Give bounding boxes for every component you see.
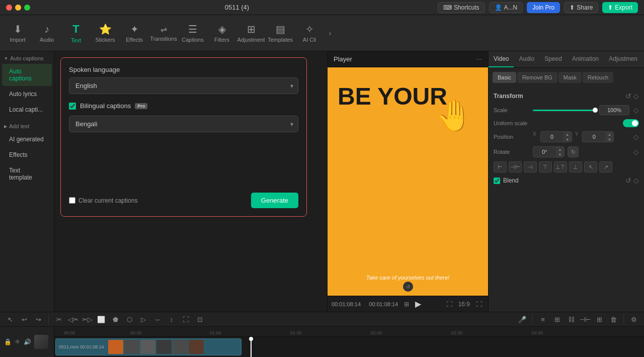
sidebar-item-text-template[interactable]: Text template <box>2 163 52 185</box>
rotate-keyframe-button[interactable]: ◇ <box>633 148 639 156</box>
sidebar-section-auto-captions[interactable]: ▼ Auto captions <box>0 53 54 63</box>
lock-icon[interactable]: 🔒 <box>4 338 12 345</box>
position-y-stepper[interactable]: 0 ▲ ▼ <box>582 131 614 142</box>
position-x-stepper[interactable]: 0 ▲ ▼ <box>540 131 572 142</box>
tool-captions[interactable]: ☰ Captions <box>179 18 206 48</box>
undo-button[interactable]: ↩ <box>18 313 30 325</box>
tool-templates[interactable]: ▤ Templates <box>267 18 294 48</box>
tool-stickers[interactable]: ⭐ Stickers <box>92 18 119 48</box>
sidebar-section-add-text[interactable]: ▶ Add text <box>0 121 54 131</box>
sub-tab-basic[interactable]: Basic <box>493 72 516 83</box>
sidebar-item-auto-lyrics[interactable]: Auto lyrics <box>2 86 52 102</box>
align-tr-button[interactable]: ↗ <box>599 161 612 172</box>
align-tl-button[interactable]: ↖ <box>584 161 597 172</box>
fullscreen-button[interactable] <box>24 5 30 11</box>
rotate-down[interactable]: ▼ <box>556 152 564 157</box>
pos-x-down[interactable]: ▼ <box>564 137 572 142</box>
redo-button[interactable]: ↪ <box>32 313 44 325</box>
rotate-cw-button[interactable]: ↻ <box>568 146 579 157</box>
sub-tab-retouch[interactable]: Retouch <box>583 72 613 83</box>
rotate-up[interactable]: ▲ <box>556 147 564 152</box>
playback-indicator[interactable]: ↺ <box>403 282 413 292</box>
cursor-tool-button[interactable]: ↖ <box>4 313 16 325</box>
pos-y-down[interactable]: ▼ <box>605 137 613 142</box>
tool-audio[interactable]: ♪ Audio <box>33 18 60 48</box>
scale-input[interactable] <box>599 105 629 115</box>
sidebar-item-auto-captions[interactable]: Auto captions <box>2 64 52 86</box>
clear-checkbox[interactable] <box>69 197 75 204</box>
video-clip[interactable]: 0511.mov 00:01:08:14 <box>55 338 242 355</box>
visibility-icon[interactable]: 👁 <box>15 338 21 345</box>
bilingual-checkbox[interactable] <box>69 103 76 110</box>
add-track-button[interactable]: ⊞ <box>593 313 605 325</box>
timeline-view-2[interactable]: ⊞ <box>551 313 563 325</box>
align-center-v-button[interactable]: ⊥⊤ <box>554 161 567 172</box>
join-pro-button[interactable]: Join Pro <box>527 2 560 13</box>
position-keyframe-button[interactable]: ◇ <box>633 133 639 141</box>
account-button[interactable]: 👤 A...N <box>489 2 523 13</box>
tool-text[interactable]: T Text <box>62 18 90 48</box>
tab-adjustment[interactable]: Adjustmen <box>604 51 642 67</box>
timeline-view-1[interactable]: ≡ <box>537 313 549 325</box>
split-right-button[interactable]: ✂▷ <box>81 313 93 325</box>
blend-keyframe-button[interactable]: ◇ <box>633 176 639 185</box>
align-right-button[interactable]: ⊣ <box>524 161 537 172</box>
mute-icon[interactable]: 🔊 <box>24 338 31 345</box>
align-bottom-button[interactable]: ⊥ <box>569 161 582 172</box>
player-menu-icon[interactable]: ⋯ <box>476 56 482 63</box>
blend-checkbox[interactable] <box>494 177 500 184</box>
reset-transform-button[interactable]: ↺ <box>625 92 631 100</box>
tool-effects[interactable]: ✦ Effects <box>121 18 148 48</box>
frame-button[interactable]: ⬡ <box>123 313 135 325</box>
grid-view-icon[interactable]: ⊞ <box>402 300 411 309</box>
tool-ai-clip[interactable]: ✧ AI Cli <box>296 18 323 48</box>
flip-v-button[interactable]: ↕ <box>166 313 178 325</box>
sidebar-item-local-captions[interactable]: Local capti... <box>2 102 52 117</box>
minimize-button[interactable] <box>15 5 21 11</box>
align-left-button[interactable]: ⊢ <box>494 161 507 172</box>
sidebar-item-effects[interactable]: Effects <box>2 147 52 162</box>
tool-import[interactable]: ⬇ Import <box>4 18 31 48</box>
split-button[interactable]: ✂ <box>53 313 65 325</box>
aspect-ratio-label[interactable]: 16:9 <box>456 300 472 309</box>
sub-tab-mask[interactable]: Mask <box>558 72 582 83</box>
uniform-scale-toggle[interactable] <box>623 119 639 127</box>
pos-y-up[interactable]: ▲ <box>605 132 613 137</box>
fullscreen-icon[interactable]: ⛶ <box>474 300 484 309</box>
rotate-stepper[interactable]: 0° ▲ ▼ <box>533 146 565 157</box>
crop-video-button[interactable]: ⛶ <box>180 313 192 325</box>
second-language-select[interactable]: Bengali Hindi Spanish <box>69 116 298 132</box>
link-button[interactable]: ⛓ <box>565 313 577 325</box>
mask-button[interactable]: ⬟ <box>109 313 121 325</box>
tool-transitions[interactable]: ⇌ Transitions <box>150 18 177 48</box>
replace-button[interactable]: ⊡ <box>194 313 206 325</box>
tab-speed[interactable]: Speed <box>539 51 567 67</box>
flip-h-button[interactable]: ↔ <box>151 313 164 325</box>
shortcuts-button[interactable]: ⌨ Shortcuts <box>438 2 485 13</box>
pos-x-up[interactable]: ▲ <box>564 132 572 137</box>
play-button[interactable]: ▶ <box>415 299 421 309</box>
tab-video[interactable]: Video <box>489 51 514 67</box>
align-top-button[interactable]: ⊤ <box>539 161 552 172</box>
tab-animation[interactable]: Animation <box>567 51 604 67</box>
crop-icon[interactable]: ⛶ <box>444 300 454 309</box>
timeline-settings-button[interactable]: ⚙ <box>628 313 640 325</box>
delete-button[interactable]: 🗑 <box>607 313 619 325</box>
scale-slider[interactable] <box>533 110 595 111</box>
close-button[interactable] <box>6 5 12 11</box>
tab-audio[interactable]: Audio <box>514 51 539 67</box>
export-button[interactable]: ⬆ Export <box>602 2 638 13</box>
blend-reset-button[interactable]: ↺ <box>625 176 631 185</box>
playhead[interactable] <box>251 337 252 357</box>
sub-tab-remove-bg[interactable]: Remove BG <box>517 72 557 83</box>
scale-keyframe-button[interactable]: ◇ <box>633 106 639 114</box>
language-select[interactable]: English Chinese Spanish <box>69 77 298 94</box>
share-button[interactable]: ⬆ Share <box>564 2 598 13</box>
mic-button[interactable]: 🎤 <box>516 313 528 325</box>
tool-filters[interactable]: ◈ Filters <box>208 18 235 48</box>
sidebar-item-ai-generated[interactable]: AI generated <box>2 132 52 147</box>
snap-button[interactable]: ⊣⊢ <box>579 313 591 325</box>
align-center-h-button[interactable]: ⊣⊢ <box>509 161 522 172</box>
keyframe-transform-button[interactable]: ◇ <box>633 92 639 100</box>
tool-adjustment[interactable]: ⊞ Adjustment <box>237 18 265 48</box>
